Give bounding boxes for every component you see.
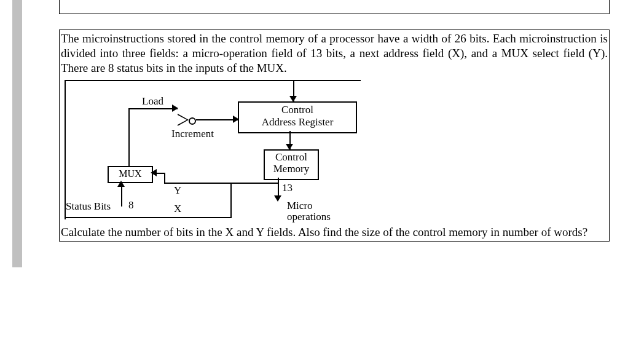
wire-x-horiz: [65, 217, 232, 218]
y-field-label: Y: [174, 184, 181, 197]
page: The microinstructions stored in the cont…: [0, 0, 644, 362]
wire-load-horiz: [128, 108, 178, 109]
mux-box: MUX: [108, 166, 153, 183]
microops-line1: Micro: [287, 200, 313, 211]
control-memory-box: Control Memory: [264, 149, 319, 180]
wire-field-bus: [164, 183, 279, 184]
wire-y-up: [164, 173, 165, 184]
problem-intro-text: The microinstructions stored in the cont…: [60, 30, 609, 75]
status-bits-count: 8: [128, 199, 134, 211]
left-margin-rule: [12, 0, 22, 267]
arrow-status-into-mux: [117, 181, 125, 187]
arrow-into-car-top: [289, 96, 297, 102]
cm-label-1: Control: [275, 151, 307, 163]
x-field-label: X: [174, 203, 181, 215]
problem-cell: The microinstructions stored in the cont…: [59, 30, 610, 242]
arrow-into-car-incr: [233, 116, 239, 123]
wire-incr-to-car: [196, 119, 238, 120]
arrow-into-incr: [172, 104, 178, 112]
microop-bits-count: 13: [282, 182, 293, 194]
car-label-1: Control: [281, 104, 313, 116]
top-empty-cell: [59, 0, 610, 14]
wire-mux-to-load-vert: [128, 108, 130, 166]
micro-operations-label: Micro operations: [287, 200, 331, 222]
increment-gate-icon-fill: [178, 115, 187, 125]
mux-label: MUX: [119, 168, 141, 179]
arrow-y-into-mux: [151, 169, 157, 176]
status-bits-label: Status Bits: [66, 200, 111, 213]
control-address-register-box: Control Address Register: [238, 101, 357, 133]
wire-x-vert: [230, 183, 232, 218]
load-label: Load: [142, 95, 163, 108]
microops-line2: operations: [287, 211, 331, 222]
increment-label: Increment: [171, 128, 214, 140]
problem-question-text: Calculate the number of bits in the X an…: [60, 225, 609, 241]
arrow-microops: [274, 195, 281, 202]
block-diagram: Control Address Register Control Memory …: [60, 80, 609, 222]
car-label-2: Address Register: [262, 116, 334, 128]
arrow-into-cm: [286, 144, 293, 150]
cm-label-2: Memory: [273, 163, 310, 175]
